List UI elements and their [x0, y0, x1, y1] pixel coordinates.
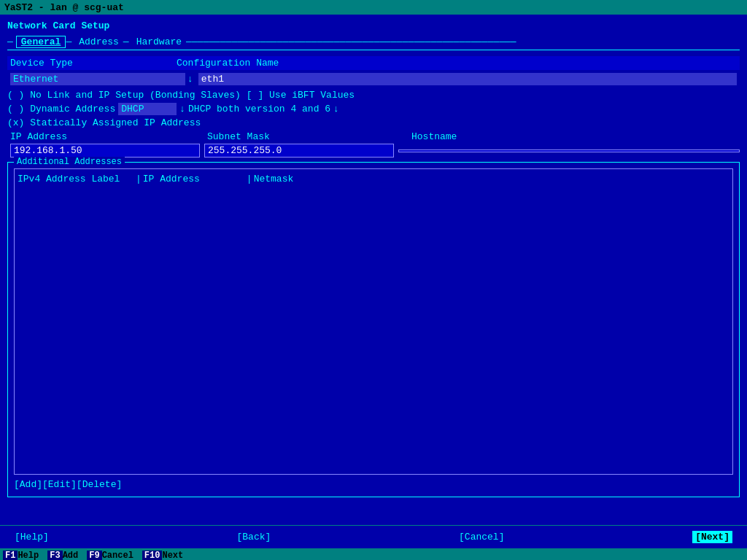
device-type-label: Device Type — [10, 58, 142, 69]
device-config-row: Device Type Configuration Name — [7, 56, 740, 70]
general-tab-border-left: — — [7, 36, 13, 47]
fkey-f3-label: Add — [63, 551, 79, 560]
delete-address-button[interactable]: [Delete] — [77, 479, 122, 490]
fkey-f1: F1 Help — [3, 551, 44, 560]
fkey-f10-label: Next — [162, 551, 183, 560]
ip-headers-row: IP Address Subnet Mask Hostname — [7, 131, 740, 142]
radio-dynamic-label[interactable]: ( ) Dynamic Address — [7, 104, 115, 114]
tab-separator2: — — [123, 36, 129, 47]
dhcp-end-arrow: ↓ — [333, 104, 339, 114]
fkey-f3: F3 Add — [47, 551, 84, 560]
edit-address-button[interactable]: [Edit] — [42, 479, 77, 490]
hostname-header: Hostname — [411, 131, 740, 142]
tab-bar: — General — Address — Hardware —————————… — [7, 36, 740, 50]
device-type-value[interactable]: Ethernet — [10, 73, 185, 85]
addr-col-label-header: IPv4 Address Label — [18, 174, 134, 184]
add-address-button[interactable]: [Add] — [14, 479, 42, 490]
ip-values-row: 192.168.1.50 255.255.255.0 — [7, 144, 740, 158]
fkey-f9-num: F9 — [87, 551, 101, 560]
fkey-f9: F9 Cancel — [87, 551, 139, 560]
radio-no-link-row: ( ) No Link and IP Setup (Bonding Slaves… — [7, 90, 740, 101]
subnet-mask-input[interactable]: 255.255.255.0 — [204, 144, 394, 158]
radio-dynamic-row: ( ) Dynamic Address DHCP ↓ DHCP both ver… — [7, 103, 740, 115]
radio-no-link[interactable]: ( ) No Link and IP Setup (Bonding Slaves… — [7, 90, 241, 101]
action-bar: [Help] [Back] [Cancel] [Next] — [0, 525, 747, 548]
address-table-header: IPv4 Address Label | IP Address | Netmas… — [18, 172, 729, 186]
ibft-checkbox[interactable]: [ ] Use iBFT Values — [247, 90, 355, 101]
cancel-button[interactable]: [Cancel] — [459, 532, 504, 542]
fkey-f1-num: F1 — [3, 551, 18, 560]
fkey-f9-label: Cancel — [102, 551, 133, 560]
fkey-f10: F10 Next — [142, 551, 189, 560]
additional-addresses-section: Additional Addresses IPv4 Address Label … — [7, 162, 740, 497]
device-dropdown-arrow: ↓ — [187, 74, 193, 85]
address-actions: [Add] [Edit] [Delete] — [14, 479, 733, 490]
addr-col-sep1: | — [136, 174, 142, 184]
ip-address-header: IP Address — [10, 131, 207, 142]
ip-address-input[interactable]: 192.168.1.50 — [10, 144, 200, 158]
addr-col-ip-header: IP Address — [143, 174, 245, 184]
fkey-bar: F1 Help F3 Add F9 Cancel F10 Next — [0, 548, 747, 560]
config-name-value[interactable]: eth1 — [198, 73, 737, 85]
address-table-container: IPv4 Address Label | IP Address | Netmas… — [14, 168, 733, 475]
title-text: YaST2 - lan @ scg-uat — [4, 2, 124, 13]
title-bar: YaST2 - lan @ scg-uat — [0, 0, 747, 15]
additional-addresses-title: Additional Addresses — [14, 157, 125, 167]
help-button[interactable]: [Help] — [15, 532, 49, 542]
fkey-f3-num: F3 — [47, 551, 62, 560]
tab-hardware[interactable]: Hardware — [132, 36, 186, 47]
dhcp-description: DHCP both version 4 and 6 — [188, 104, 330, 114]
radio-static-label[interactable]: (x) Statically Assigned IP Address — [7, 117, 201, 128]
radio-static-row[interactable]: (x) Statically Assigned IP Address — [7, 117, 740, 128]
tab-general[interactable]: General — [16, 36, 66, 48]
main-content: Network Card Setup — General — Address —… — [0, 15, 747, 525]
next-button[interactable]: [Next] — [692, 531, 732, 543]
back-button[interactable]: [Back] — [237, 532, 271, 542]
tab-separator1: — — [66, 36, 71, 47]
addr-col-sep2: | — [247, 174, 252, 184]
fkey-f10-num: F10 — [142, 551, 163, 560]
subnet-mask-header: Subnet Mask — [207, 131, 411, 142]
addr-col-netmask-header: Netmask — [254, 174, 729, 184]
dhcp-value[interactable]: DHCP — [118, 103, 177, 115]
config-name-label-text: Configuration Name — [177, 58, 322, 69]
fkey-f1-label: Help — [18, 551, 39, 560]
hostname-input[interactable] — [398, 149, 740, 152]
dhcp-arrow: ↓ — [179, 104, 185, 114]
page-title: Network Card Setup — [7, 20, 740, 31]
device-values-row: Ethernet ↓ eth1 — [7, 71, 740, 87]
tab-border-right: ————————————————————————————————————————… — [186, 36, 737, 47]
tab-address[interactable]: Address — [74, 36, 123, 47]
